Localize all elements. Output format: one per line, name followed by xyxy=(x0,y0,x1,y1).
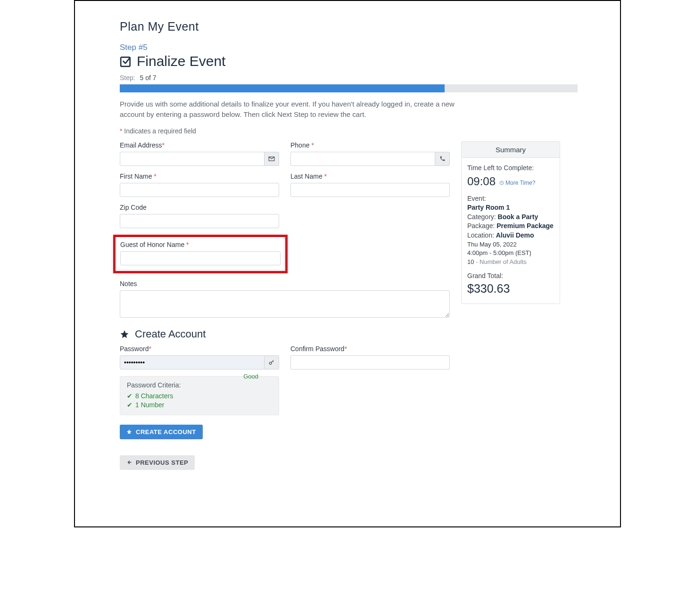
last-name-input[interactable] xyxy=(290,183,450,197)
notes-label: Notes xyxy=(120,280,450,287)
email-icon[interactable] xyxy=(265,152,279,166)
step-heading-text: Finalize Event xyxy=(137,53,225,69)
arrow-left-icon xyxy=(126,460,132,465)
required-field-note: * Indicates a required field xyxy=(120,127,578,135)
password-criteria-item: ✔8 Characters xyxy=(127,392,272,401)
summary-grand-total-label: Grand Total: xyxy=(467,271,554,281)
guest-of-honor-input[interactable] xyxy=(120,251,281,265)
last-name-label: Last Name * xyxy=(290,172,450,180)
password-label: Password* xyxy=(120,345,279,353)
clock-icon xyxy=(499,181,504,185)
zip-label: Zip Code xyxy=(120,204,279,211)
notes-textarea[interactable] xyxy=(120,290,450,318)
email-label: Email Address* xyxy=(120,141,279,149)
first-name-input[interactable] xyxy=(120,183,279,197)
phone-label: Phone * xyxy=(290,141,450,149)
step-indicator: Step: 5 of 7 xyxy=(120,74,578,82)
summary-event-name: Party Room 1 xyxy=(467,204,510,211)
star-icon xyxy=(120,329,129,339)
summary-adults-label: - Number of Adults xyxy=(474,258,526,265)
confirm-password-input[interactable] xyxy=(290,355,450,370)
step-number-label: Step #5 xyxy=(120,43,578,52)
email-input[interactable] xyxy=(120,152,265,166)
summary-grand-total-value: $330.63 xyxy=(467,280,554,297)
summary-package-value: Premium Package xyxy=(496,222,554,230)
time-left-label: Time Left to Complete: xyxy=(467,164,554,173)
summary-location-value: Aluvii Demo xyxy=(496,231,534,239)
summary-category-value: Book a Party xyxy=(498,213,538,221)
phone-input[interactable] xyxy=(290,152,435,166)
step-indicator-label: Step: xyxy=(120,74,135,82)
confirm-password-label: Confirm Password* xyxy=(290,345,450,353)
summary-category-label: Category: xyxy=(467,213,496,221)
progress-bar-fill xyxy=(120,84,445,92)
required-note-text: Indicates a required field xyxy=(124,127,196,135)
summary-time: 4:00pm - 5:00pm (EST) xyxy=(467,249,554,257)
summary-location-label: Location: xyxy=(467,231,494,239)
time-left-value: 09:08 xyxy=(467,173,496,189)
summary-header: Summary xyxy=(462,142,560,158)
first-name-label: First Name * xyxy=(120,172,279,180)
more-time-link[interactable]: More Time? xyxy=(499,179,535,187)
guest-of-honor-highlight: Guest of Honor Name * xyxy=(113,235,288,273)
zip-input[interactable] xyxy=(120,214,279,228)
password-key-icon[interactable] xyxy=(265,355,279,370)
page-title: Plan My Event xyxy=(120,20,578,33)
summary-package-label: Package: xyxy=(467,222,495,230)
previous-step-button[interactable]: PREVIOUS STEP xyxy=(120,455,195,470)
summary-panel: Summary Time Left to Complete: 09:08 Mor… xyxy=(461,141,560,304)
create-account-heading: Create Account xyxy=(120,328,450,340)
star-icon xyxy=(126,429,132,435)
summary-adults-count: 10 xyxy=(467,258,474,265)
password-strength-indicator: Good xyxy=(243,370,258,384)
step-indicator-value: 5 of 7 xyxy=(140,74,157,82)
password-criteria-item: ✔1 Number xyxy=(127,401,272,410)
summary-event-label: Event: xyxy=(467,194,554,204)
summary-date: Thu May 05, 2022 xyxy=(467,240,554,249)
checkbox-icon xyxy=(120,55,132,67)
step-heading: Finalize Event xyxy=(120,53,578,69)
create-account-button[interactable]: CREATE ACCOUNT xyxy=(120,425,203,439)
password-input[interactable] xyxy=(120,355,265,370)
phone-icon[interactable] xyxy=(435,152,450,166)
guest-of-honor-label: Guest of Honor Name * xyxy=(120,241,281,248)
svg-point-1 xyxy=(269,362,272,364)
intro-text: Provide us with some additional details … xyxy=(120,99,478,120)
progress-bar xyxy=(120,84,578,92)
